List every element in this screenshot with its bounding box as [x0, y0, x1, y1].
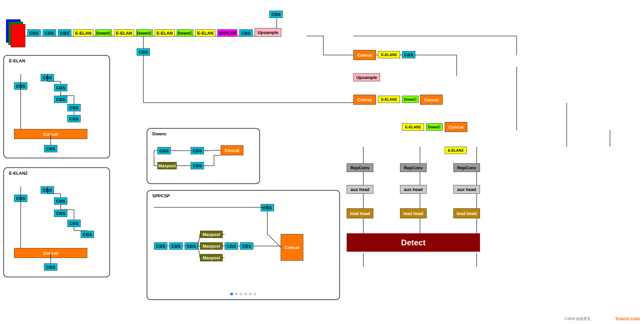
input-image: [6, 19, 26, 48]
eelan-2: E-ELAN: [114, 29, 134, 37]
cbs-mid-left: CBS: [137, 48, 150, 56]
cbs-2: CBS: [43, 29, 56, 37]
downc-diagram-box: Downc CBS CBS Concat Maxpool CBS: [147, 128, 260, 184]
lead-head-1: lead head: [347, 208, 373, 218]
eelan-1: E-ELAN: [73, 29, 93, 37]
downc-row4: DownC: [426, 123, 443, 131]
svg-line-69: [198, 246, 200, 258]
downc-1: DownC: [95, 29, 112, 37]
main-canvas: CBS CBS CBS E-ELAN DownC E-ELAN DownC E-…: [0, 0, 644, 324]
downc-3: DownC: [177, 29, 193, 37]
concat-1: Concat: [353, 50, 376, 60]
lead-head-3: lead head: [453, 208, 480, 218]
concat-3: Concat: [420, 95, 443, 105]
cbs-top: CBS: [269, 11, 283, 18]
eelan2-inner-lines: [4, 168, 111, 278]
repconv-3: RepConv: [453, 163, 480, 172]
eelan-3: E-ELAN: [155, 29, 175, 37]
svg-line-63: [267, 234, 281, 247]
aux-head-1: aux head: [347, 185, 373, 194]
eelan2-3: E-ELAN2: [402, 123, 424, 131]
scroll-dots: [230, 293, 256, 295]
eelan2-4: E-ELAN2: [445, 147, 467, 154]
concat-2: Concat: [353, 95, 376, 105]
watermark2: CSDN @柏里亚: [565, 316, 591, 321]
sppcsp-main: SPPCSP: [217, 29, 237, 37]
repconv-1: RepConv: [347, 163, 373, 172]
eelan-4: E-ELAN: [195, 29, 215, 37]
sppcsp-lines: [147, 191, 341, 301]
cbs-1: CBS: [27, 29, 41, 37]
upsample-2: Upsample: [353, 73, 380, 81]
detect-block: Detect: [347, 233, 480, 252]
eelan-diagram-box: E-ELAN CBS CBS CBS CBS CBS CBS Concat CB…: [3, 55, 110, 158]
repconv-2: RepConv: [400, 163, 427, 172]
cbs-3: CBS: [58, 29, 71, 37]
eelan-inner-lines: [4, 56, 111, 159]
eelan2-diagram-box: E-ELAN2 CBS CBS CBS CBS CBS CBS Concat C…: [3, 167, 110, 277]
lead-head-2: lead head: [400, 208, 427, 218]
cbs-after-sppcsp: CBS: [239, 29, 253, 37]
downc-row3: DownC: [402, 96, 419, 103]
eelan2-2: E-ELAN2: [378, 96, 400, 103]
downc-2: DownC: [136, 29, 153, 37]
aux-head-2: aux head: [400, 185, 427, 194]
svg-line-53: [204, 150, 221, 151]
cbs-concat1-right: CBS: [402, 51, 415, 58]
downc-lines: [147, 129, 261, 185]
upsample-1: Upsample: [255, 28, 281, 37]
svg-line-67: [198, 234, 200, 246]
watermark: Yuucn.com: [615, 316, 640, 321]
sppcsp-diagram-box: SPPCSP CBS CBS CBS CBS Maxpool Maxpool M…: [147, 190, 340, 300]
eelan2-1: E-ELAN2: [378, 51, 400, 58]
aux-head-3: aux head: [453, 185, 480, 194]
concat-4: Concat: [445, 122, 467, 132]
